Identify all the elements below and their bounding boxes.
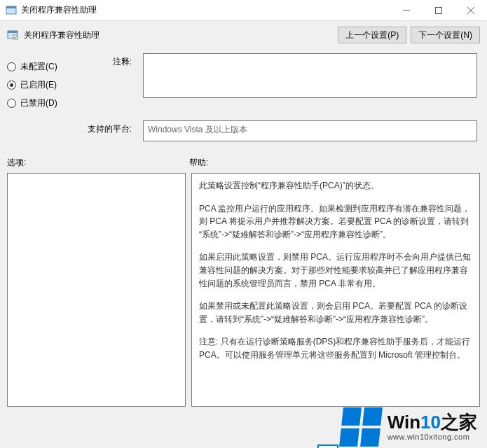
options-label: 选项: (7, 157, 189, 169)
next-setting-button[interactable]: 下一个设置(N) (411, 27, 480, 43)
svg-rect-3 (436, 7, 442, 13)
minimize-button[interactable] (390, 0, 423, 21)
svg-rect-7 (8, 31, 18, 33)
radio-label: 已启用(E) (20, 79, 57, 91)
radio-enabled[interactable]: 已启用(E) (7, 76, 70, 94)
supported-label: 支持的平台: (81, 120, 132, 135)
radio-circle-checked-icon (7, 80, 16, 90)
help-panel[interactable]: 此策略设置控制“程序兼容性助手(PCA)”的状态。 PCA 监控用户运行的应用程… (191, 173, 480, 407)
section-labels: 选项: 帮助: (0, 141, 487, 173)
radio-not-configured[interactable]: 未配置(C) (7, 57, 70, 76)
help-paragraph: 注意: 只有在运行诊断策略服务(DPS)和程序兼容性助手服务后，才能运行 PCA… (199, 335, 472, 361)
window-title: 关闭程序兼容性助理 (21, 4, 97, 16)
svg-rect-1 (6, 6, 16, 8)
svg-rect-8 (13, 35, 18, 39)
policy-icon (7, 29, 18, 41)
state-radio-group: 未配置(C) 已启用(E) 已禁用(D) (7, 53, 70, 112)
watermark-url: www.win10xitong.com (387, 433, 477, 441)
help-paragraph: 如果禁用或未配置此策略设置，则会启用 PCA。若要配置 PCA 的诊断设置，请转… (199, 300, 472, 326)
help-label: 帮助: (189, 157, 480, 169)
supported-row: 支持的平台: Windows Vista 及以上版本 (0, 112, 487, 141)
watermark-brand: Win10之家 (387, 413, 477, 431)
help-paragraph: PCA 监控用户运行的应用程序。如果检测到应用程序有潜在兼容性问题，则 PCA … (199, 202, 472, 241)
radio-disabled[interactable]: 已禁用(D) (7, 94, 70, 112)
maximize-button[interactable] (423, 0, 455, 21)
title-bar: 关闭程序兼容性助理 (0, 0, 487, 21)
comment-label: 注释: (81, 53, 132, 112)
supported-platform-box: Windows Vista 及以上版本 (143, 120, 477, 141)
previous-setting-button[interactable]: 上一个设置(P) (338, 27, 406, 43)
comment-input[interactable] (143, 53, 477, 98)
radio-circle-icon (7, 62, 16, 71)
policy-header: 关闭程序兼容性助理 上一个设置(P) 下一个设置(N) (0, 21, 487, 53)
close-button[interactable] (455, 0, 487, 21)
windows-logo-icon (339, 407, 383, 447)
help-paragraph: 如果启用此策略设置，则禁用 PCA。运行应用程序时不会向用户提供已知兼容性问题的… (199, 251, 472, 290)
app-icon (6, 5, 17, 16)
help-paragraph: 此策略设置控制“程序兼容性助手(PCA)”的状态。 (199, 179, 472, 192)
radio-label: 已禁用(D) (20, 97, 57, 109)
policy-title: 关闭程序兼容性助理 (24, 29, 100, 41)
partial-button-edge (317, 444, 338, 448)
radio-label: 未配置(C) (20, 61, 57, 73)
client-area: 关闭程序兼容性助理 上一个设置(P) 下一个设置(N) 未配置(C) 已启用(E… (0, 21, 487, 448)
panels: 此策略设置控制“程序兼容性助手(PCA)”的状态。 PCA 监控用户运行的应用程… (0, 173, 487, 407)
radio-circle-icon (7, 99, 16, 108)
options-panel (7, 173, 186, 407)
watermark: Win10之家 www.win10xitong.com (341, 407, 477, 447)
config-row: 未配置(C) 已启用(E) 已禁用(D) 注释: (0, 53, 487, 112)
